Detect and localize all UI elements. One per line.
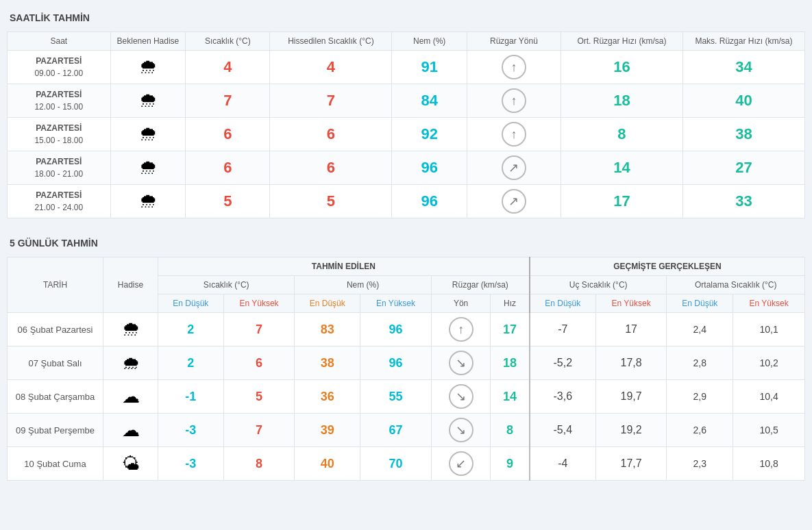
saatlik-row: PAZARTESİ 18.00 - 21.00 🌨 6 6 96 ↗ 14 27 [8, 151, 805, 185]
ort-dusuk-cell: 2,4 [667, 313, 733, 346]
sic-yuksek-value: 7 [256, 423, 262, 437]
max-wind-value: 38 [735, 125, 752, 142]
sic-yuksek-value: 5 [256, 390, 262, 403]
uc-yuksek-value: 19,2 [621, 424, 642, 436]
wind-direction-indicator: ↘ [449, 351, 473, 375]
maks-hiz-cell: 34 [682, 51, 804, 84]
header-sicaklik: Sıcaklık (°C) [186, 32, 270, 51]
rain-icon: 🌧 [122, 353, 140, 373]
feels-like-value: 5 [327, 192, 335, 210]
time-range: 15.00 - 18.00 [34, 136, 83, 145]
wind-direction-indicator: ↗ [502, 189, 526, 214]
time-cell: PAZARTESİ 12.00 - 15.00 [8, 84, 111, 118]
avg-wind-value: 18 [613, 92, 630, 109]
ort-yuksek-value: 10,4 [759, 391, 778, 402]
uc-dusuk-value: -5,4 [553, 424, 572, 436]
ort-hiz-cell: 16 [561, 51, 682, 84]
gecmiste-header: GEÇMİŞTE GERÇEKLEŞEN [530, 257, 805, 276]
yon-cell: ↘ [431, 414, 491, 447]
humidity-value: 96 [421, 159, 437, 176]
sic-en-dusuk-header: En Düşük [158, 294, 224, 313]
nem-dusuk-cell: 39 [295, 414, 360, 447]
sic-dusuk-value: 2 [187, 323, 194, 336]
nem-cell: 96 [392, 185, 467, 218]
date-cell: 06 Şubat Pazartesi [8, 313, 103, 346]
hiz-cell: 18 [491, 346, 530, 380]
uc-yuksek-cell: 17,7 [595, 447, 667, 481]
ort-yuksek-value: 10,8 [759, 458, 778, 469]
feels-like-value: 7 [327, 92, 335, 109]
wind-speed-value: 18 [503, 356, 517, 370]
icon-cell: ☁ [103, 414, 158, 447]
sic-dusuk-cell: 2 [158, 346, 224, 380]
hiz-cell: 14 [491, 380, 530, 414]
hissedilen-cell: 7 [270, 84, 392, 118]
sic-yuksek-cell: 6 [223, 346, 295, 380]
uc-dusuk-cell: -7 [530, 313, 595, 346]
uc-yuksek-value: 17 [625, 323, 637, 335]
ort-yuksek-value: 10,5 [759, 425, 778, 436]
yon-cell: ↘ [431, 380, 491, 414]
yon-cell: ↗ [467, 185, 561, 218]
nem-yuksek-cell: 70 [360, 447, 432, 481]
besgunluk-row: 09 Şubat Perşembe ☁ -3 7 39 67 ↘ 8 -5,4 … [8, 414, 805, 447]
icon-cell: 🌨 [110, 185, 186, 218]
nem-yuksek-value: 67 [389, 423, 402, 437]
saatlik-section: SAATLİK TAHMİN Saat Beklenen Hadise Sıca… [7, 7, 805, 218]
nem-dusuk-cell: 38 [295, 346, 360, 380]
temperature-value: 4 [223, 58, 232, 75]
temperature-value: 5 [223, 192, 232, 210]
yon-header: Yön [431, 294, 491, 313]
ort-yuksek-cell: 10,1 [733, 313, 805, 346]
time-range: 09.00 - 12.00 [34, 68, 83, 78]
ort-hiz-cell: 8 [561, 118, 682, 151]
icon-cell: 🌨 [110, 118, 186, 151]
header-yon: Rüzgar Yönü [467, 32, 561, 51]
besgunluk-row: 07 Şubat Salı 🌧 2 6 38 96 ↘ 18 -5,2 17,8… [8, 346, 805, 380]
wind-speed-value: 14 [503, 390, 517, 403]
sicaklik-sub: Sıcaklık (°C) [158, 276, 295, 294]
nem-dusuk-cell: 83 [295, 313, 360, 346]
avg-wind-value: 14 [613, 159, 630, 176]
sic-dusuk-cell: -3 [158, 414, 224, 447]
hiz-cell: 8 [491, 414, 530, 447]
cloud-icon: ☁ [122, 386, 140, 407]
maks-hiz-cell: 40 [682, 84, 804, 118]
uc-dusuk-value: -7 [558, 323, 567, 335]
besgunluk-table: TARİH Hadise TAHMİN EDİLEN GEÇMİŞTE GERÇ… [7, 257, 805, 481]
sic-yuksek-value: 6 [256, 356, 262, 370]
uc-yuksek-cell: 17,8 [595, 346, 667, 380]
nem-cell: 96 [392, 151, 467, 185]
icon-cell: 🌨 [110, 51, 186, 84]
temperature-value: 7 [223, 92, 232, 109]
wind-speed-value: 9 [506, 457, 513, 470]
ort-hiz-cell: 14 [561, 151, 682, 185]
uc-yuksek-cell: 19,7 [595, 380, 667, 414]
uc-dusuk-value: -5,2 [553, 357, 572, 368]
hiz-cell: 9 [491, 447, 530, 481]
uc-yuksek-value: 17,8 [621, 357, 642, 368]
uc-yuksek-cell: 17 [595, 313, 667, 346]
sic-yuksek-value: 7 [256, 323, 262, 336]
nem-dusuk-value: 40 [321, 457, 334, 470]
besgunluk-title: 5 GÜNLÜK TAHMİN [7, 232, 805, 254]
ort-dusuk-cell: 2,6 [667, 414, 733, 447]
ort-dusuk-value: 2,9 [693, 391, 706, 402]
time-cell: PAZARTESİ 09.00 - 12.00 [8, 51, 111, 84]
saatlik-row: PAZARTESİ 09.00 - 12.00 🌨 4 4 91 ↑ 16 34 [8, 51, 805, 84]
saatlik-row: PAZARTESİ 21.00 - 24.00 🌨 5 5 96 ↗ 17 33 [8, 185, 805, 218]
time-cell: PAZARTESİ 21.00 - 24.00 [8, 185, 111, 218]
uc-yuksek-value: 19,7 [621, 390, 642, 402]
sicaklik-cell: 6 [186, 118, 270, 151]
wind-direction-indicator: ↘ [449, 384, 473, 409]
maks-hiz-cell: 33 [682, 185, 804, 218]
nem-en-yuksek-header: En Yüksek [360, 294, 432, 313]
header-nem: Nem (%) [392, 32, 467, 51]
uc-dusuk-value: -3,6 [553, 390, 572, 402]
wind-direction-indicator: ↙ [449, 451, 473, 476]
uc-yuksek-cell: 19,2 [595, 414, 667, 447]
sic-dusuk-value: -3 [185, 423, 196, 437]
wind-direction-indicator: ↑ [502, 55, 526, 79]
sicaklik-cell: 6 [186, 151, 270, 185]
hadise-header: Hadise [103, 257, 158, 313]
